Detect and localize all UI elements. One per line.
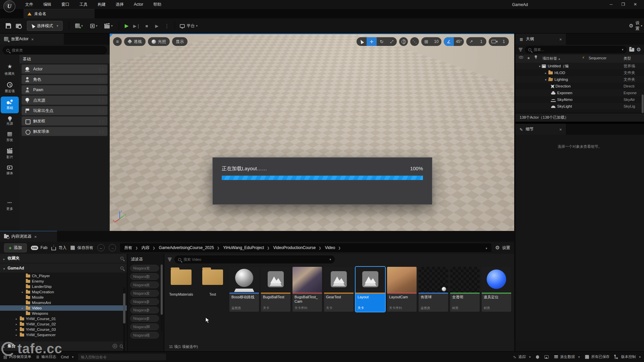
play-button[interactable]: ▶ [122,21,132,31]
drag-grip-icon[interactable] [98,87,104,93]
filters-scrollbar[interactable] [161,264,163,331]
asset-bugsballtest[interactable]: BugsBallTest关卡 [261,267,290,312]
place-item-character[interactable]: 角色 [21,75,108,84]
outliner-settings-button[interactable] [637,47,641,53]
drag-grip-icon[interactable] [98,66,104,72]
scale-snap-toggle[interactable] [466,37,476,46]
outliner-scrollbar[interactable] [642,95,644,113]
add-collection-icon[interactable]: + [113,344,117,348]
add-actor-button[interactable]: + [72,21,87,31]
outliner-search[interactable] [525,46,627,53]
save-button[interactable] [3,21,13,31]
close-icon[interactable] [559,36,562,42]
notifications-icon[interactable] [536,355,539,358]
show-button[interactable]: 显示 [172,37,187,46]
breadcrumb-course[interactable]: GameAdvertisingCourse_2025 [159,245,223,250]
all-saved-indicator[interactable]: 所有已保存 [585,354,609,359]
category-more[interactable]: 更多 [1,196,19,214]
tree-folder-landership[interactable]: LanderShip [0,284,127,289]
place-item-trigger-sphere[interactable]: 触发球体 [21,127,108,136]
create-folder-button[interactable] [629,48,634,52]
tree-folder-missile[interactable]: Missile [0,295,127,300]
asset-layoutcam[interactable]: LayoutCam关卡序列 [387,267,417,312]
grid-snap-toggle[interactable] [421,37,431,46]
blueprints-button[interactable] [87,21,101,31]
tree-scrollbar[interactable] [123,287,125,358]
tree-folder-weapons[interactable]: Weapons [0,311,127,316]
outliner-filter-button[interactable] [519,48,523,51]
level-tab-untitled[interactable]: 未命名 [23,9,95,18]
path-dropdown-icon[interactable] [484,245,487,251]
derived-data-button[interactable]: 派生数据 [554,354,580,359]
menu-select[interactable]: 选择 [111,0,129,9]
breadcrumb-content[interactable]: 内容 [142,245,158,251]
expander-icon[interactable] [544,71,548,75]
place-item-pawn[interactable]: Pawn [21,85,108,95]
outliner-row-world[interactable]: Untitled（编世界场 [516,63,644,69]
assets-search[interactable] [174,255,335,263]
save-all-button[interactable]: 保存所有 [70,245,93,251]
asset-bugsballtest-cam[interactable]: BugsBallTest_Cam关卡序列 [292,267,322,312]
rotate-tool-button[interactable] [377,37,387,46]
item-label-column[interactable]: 项目标签 [542,56,560,61]
content-browser-tab[interactable]: 内容浏览器 [0,231,57,242]
close-button[interactable]: ✕ [629,0,641,9]
content-settings-button[interactable]: 设置 [495,245,510,251]
level-viewport[interactable]: 透视 光照 显示 10 45° 1 [110,34,514,231]
favorites-section[interactable]: 收藏夹 [0,254,127,263]
forward-button[interactable]: → [109,244,116,251]
menu-help[interactable]: 帮助 [148,0,166,9]
asset-folder-test[interactable]: Test [198,267,227,312]
filter-pill[interactable]: Niagara发 [130,290,159,297]
drag-grip-icon[interactable] [98,108,104,114]
place-item-actor[interactable]: Actor [21,64,108,74]
drag-grip-icon[interactable] [98,128,104,134]
filter-pill[interactable]: Niagara效 [130,282,159,288]
category-favorites[interactable]: 收藏夹 [1,60,19,79]
expander-icon[interactable] [3,255,5,261]
asset-prop-locator[interactable]: 道具定位材质 [482,267,511,312]
tree-folder-mixamoani[interactable]: MixamoAni [0,300,127,305]
details-tab[interactable]: 细节 [516,124,566,135]
editor-mode-select[interactable]: 选择模式 [27,21,63,31]
add-button[interactable]: +添加 [4,243,27,252]
expander-icon[interactable] [538,64,542,68]
settings-button[interactable]: 设置 [631,21,641,31]
menu-edit[interactable]: 编辑 [38,0,56,9]
breadcrumb-all[interactable]: 所有 [124,245,141,251]
assets-filter-button[interactable] [168,258,172,261]
outliner-search-input[interactable] [534,48,618,52]
filter-pill[interactable]: Niagara模 [130,332,159,339]
surface-snapping-button[interactable] [410,37,419,46]
view-mode-button[interactable]: 光照 [148,37,170,46]
platforms-button[interactable]: 平台 [178,21,200,31]
place-actors-search[interactable] [3,46,107,54]
pin-column-icon[interactable] [535,55,537,58]
asset-boss-path[interactable]: Boss移动路线蓝图类 [229,267,259,312]
cmd-selector[interactable]: Cmd [61,355,73,359]
tree-folder-course01[interactable]: ▸YHW_Course_01 [0,316,127,321]
tree-folder-enemy[interactable]: Enemy [0,279,127,284]
back-button[interactable]: ← [97,244,105,251]
stop-button[interactable]: ■ [142,21,152,31]
menu-build[interactable]: 构建 [93,0,111,9]
tree-folder-mapcreation[interactable]: ▸MapCreation [0,289,127,295]
filter-pill[interactable]: Niagara数 [130,273,159,280]
perspective-button[interactable]: 透视 [124,37,146,46]
place-item-player-start[interactable]: 玩家出生点 [21,106,108,115]
menu-window[interactable]: 窗口 [56,0,74,9]
scale-snap-value[interactable]: 1 [476,37,486,46]
frame-skip-button[interactable]: ▶❘ [132,21,142,31]
category-media[interactable]: 媒体 [1,163,19,179]
category-basic[interactable]: 基础 [1,97,19,113]
lightning-column-icon[interactable] [582,56,585,60]
visibility-column-icon[interactable] [519,56,523,59]
menu-file[interactable]: 文件 [20,0,38,9]
search-icon[interactable] [120,345,123,348]
select-tool-button[interactable] [357,37,367,46]
browse-content-button[interactable] [13,21,23,31]
category-cinematic[interactable]: 影片 [1,145,19,163]
search-icon[interactable] [120,266,123,269]
filter-pill[interactable]: Niagara资 [130,265,159,272]
minimize-button[interactable]: ─ [605,0,617,9]
